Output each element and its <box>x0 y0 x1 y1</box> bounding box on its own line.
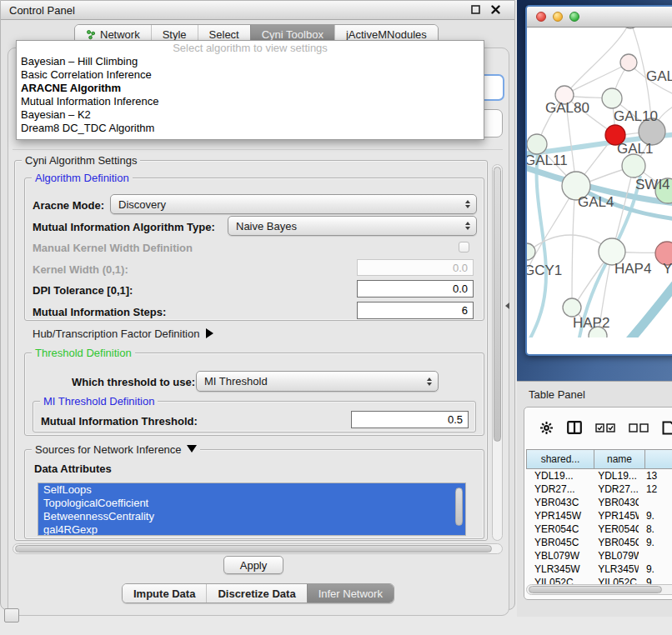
column-header[interactable]: name <box>594 449 645 469</box>
application-screen: Control Panel Network Style Select C <box>0 0 672 635</box>
node-label: HAP4 <box>614 261 651 277</box>
table-row[interactable]: YER054CYER054C8. <box>527 522 672 536</box>
mi-steps-field[interactable] <box>357 302 474 319</box>
bottom-tabbar: Impute Data Discretize Data Infer Networ… <box>122 583 394 603</box>
table-row[interactable]: YLR345WYLR345W9. <box>527 562 672 576</box>
aracne-mode-label: Aracne Mode: <box>33 199 104 212</box>
combo-arrows-icon <box>427 378 432 386</box>
mi-threshold-label: Mutual Information Threshold: <box>41 415 198 428</box>
node-label: GCY1 <box>527 262 562 278</box>
network-node-swi4[interactable] <box>622 154 645 178</box>
node-label: GAL11 <box>527 152 568 168</box>
table-row[interactable]: YBR045CYBR045C9. <box>527 536 672 549</box>
deselect-checkboxes-icon[interactable] <box>629 423 649 432</box>
float-window-icon[interactable] <box>470 4 481 15</box>
control-panel-header[interactable]: Control Panel <box>1 1 514 20</box>
gear-icon[interactable] <box>539 421 554 435</box>
docked-panel-icon[interactable] <box>4 608 19 622</box>
which-threshold-combobox[interactable]: MI Threshold <box>196 371 439 392</box>
table-horizontal-scrollbar[interactable] <box>526 584 672 595</box>
column-header[interactable] <box>644 449 672 469</box>
dropdown-item[interactable]: Mutual Information Inference <box>17 95 484 108</box>
combo-arrows-icon <box>465 222 470 230</box>
node-label: GAL8 <box>646 68 672 84</box>
zoom-traffic-light-icon[interactable] <box>569 12 579 22</box>
dropdown-item[interactable]: Basic Correlation Inference <box>17 68 484 82</box>
network-node-hap2[interactable] <box>563 298 581 317</box>
network-canvas[interactable]: GAL8 GAL80 GAL10 GAL1 GAL11 SWI4 GAL4 GC… <box>527 28 672 338</box>
network-desktop: GAL8 GAL80 GAL10 GAL1 GAL11 SWI4 GAL4 GC… <box>517 0 672 381</box>
collapsed-arrow-icon <box>206 328 213 338</box>
kernel-width-field[interactable] <box>357 259 474 276</box>
table-row[interactable]: YDR27...YDR27...12 <box>527 482 672 496</box>
vertical-scrollbar-thumb[interactable] <box>494 167 501 442</box>
mi-threshold-field[interactable] <box>351 411 469 428</box>
manual-kernel-width-checkbox[interactable] <box>459 242 469 252</box>
table-scrollbar-thumb[interactable] <box>529 586 662 593</box>
dropdown-item[interactable]: Dream8 DC_TDC Algorithm <box>17 122 484 135</box>
mi-threshold-definition-title: MI Threshold Definition <box>40 395 158 408</box>
attribute-item[interactable]: gal4RGexp <box>38 523 465 536</box>
splitter-collapse-arrow-icon[interactable] <box>505 302 509 309</box>
expanded-arrow-icon <box>187 445 197 452</box>
kernel-width-label: Kernel Width (0,1): <box>33 263 128 276</box>
threshold-definition-title: Threshold Definition <box>32 347 135 359</box>
split-columns-icon[interactable] <box>567 421 582 434</box>
settings-vertical-scrollbar[interactable] <box>492 164 503 541</box>
data-attributes-label: Data Attributes <box>34 462 112 475</box>
settings-horizontal-scrollbar[interactable] <box>13 543 503 554</box>
select-all-checkboxes-icon[interactable] <box>595 423 615 432</box>
mi-steps-label: Mutual Information Steps: <box>33 306 166 318</box>
apply-button[interactable]: Apply <box>223 556 283 574</box>
control-panel-title: Control Panel <box>9 4 75 17</box>
table-row[interactable]: YBR043CYBR043C <box>527 496 672 509</box>
which-threshold-label: Which threshold to use: <box>72 376 195 388</box>
mi-algorithm-type-combobox[interactable]: Naive Bayes <box>228 216 477 236</box>
network-node-gal10[interactable] <box>602 88 622 108</box>
dropdown-item[interactable]: Bayesian – K2 <box>17 108 484 122</box>
dpi-tolerance-field[interactable] <box>357 280 474 298</box>
node-label: Y <box>663 261 672 277</box>
sources-group-title[interactable]: Sources for Network Inference <box>32 443 200 456</box>
table-header-row: shared... name <box>527 449 672 469</box>
node-label: HAP2 <box>573 315 609 331</box>
minimize-traffic-light-icon[interactable] <box>553 12 563 22</box>
network-node[interactable] <box>620 54 637 71</box>
tab-impute-data[interactable]: Impute Data <box>123 584 206 602</box>
network-node-gal11[interactable] <box>527 134 547 154</box>
table-toolbar <box>524 414 672 441</box>
panel-divider-line <box>13 149 503 150</box>
manual-kernel-width-label: Manual Kernel Width Definition <box>33 242 193 254</box>
network-node[interactable] <box>621 28 639 28</box>
aracne-mode-combobox[interactable]: Discovery <box>110 194 477 214</box>
close-icon[interactable] <box>490 4 501 15</box>
attribute-item[interactable]: BetweennessCentrality <box>38 510 465 523</box>
data-attributes-list: SelfLoops TopologicalCoefficient Between… <box>38 482 466 536</box>
close-traffic-light-icon[interactable] <box>536 12 546 22</box>
column-header[interactable]: shared... <box>526 449 594 469</box>
document-icon[interactable] <box>662 421 672 435</box>
dropdown-item[interactable]: Bayesian – Hill Climbing <box>17 55 484 68</box>
tab-discretize-data[interactable]: Discretize Data <box>206 584 306 602</box>
horizontal-scrollbar-thumb[interactable] <box>15 545 492 552</box>
network-graph: GAL8 GAL80 GAL10 GAL1 GAL11 SWI4 GAL4 GC… <box>527 28 672 338</box>
hub-tf-definition-toggle[interactable]: Hub/Transcription Factor Definition <box>33 328 213 340</box>
node-label: SWI4 <box>635 177 670 192</box>
tab-infer-network[interactable]: Infer Network <box>307 584 394 602</box>
attribute-item[interactable]: TopologicalCoefficient <box>38 497 465 510</box>
node-label: GAL1 <box>617 141 653 157</box>
network-view-window[interactable]: GAL8 GAL80 GAL10 GAL1 GAL11 SWI4 GAL4 GC… <box>525 5 672 356</box>
node-label: GAL80 <box>545 100 589 116</box>
table-row[interactable]: YPR145WYPR145W9. <box>527 509 672 522</box>
dropdown-item-selected[interactable]: ARACNE Algorithm <box>17 82 484 95</box>
table-subpanel: shared... name YDL19...YDL19...13 YDR27.… <box>524 407 672 600</box>
settings-group-title: Cyni Algorithm Settings <box>22 154 140 167</box>
table-row[interactable]: YDL19...YDL19...13 <box>527 469 672 482</box>
node-label: GAL10 <box>614 108 658 124</box>
mi-algorithm-type-label: Mutual Information Algorithm Type: <box>33 221 215 233</box>
table-row[interactable]: YBL079WYBL079W <box>527 549 672 562</box>
attribute-item[interactable]: SelfLoops <box>38 483 465 497</box>
network-window-titlebar[interactable] <box>527 7 672 28</box>
table-panel-title: Table Panel <box>529 388 585 401</box>
list-scrollbar-thumb[interactable] <box>455 488 463 526</box>
